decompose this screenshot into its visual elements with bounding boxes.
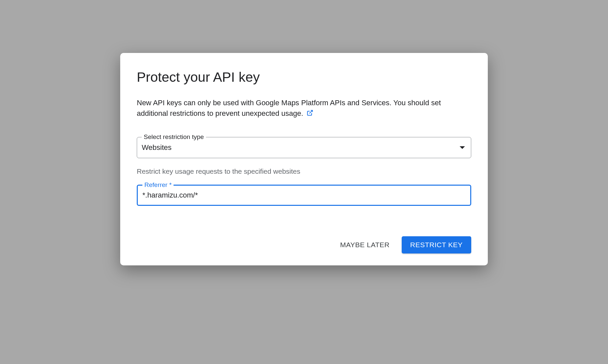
referrer-input[interactable] bbox=[138, 186, 470, 205]
referrer-field: Referrer * bbox=[137, 185, 471, 206]
restriction-type-label: Select restriction type bbox=[142, 133, 206, 141]
dialog-title: Protect your API key bbox=[137, 69, 471, 85]
restriction-type-value: Websites bbox=[142, 143, 172, 152]
maybe-later-button[interactable]: MAYBE LATER bbox=[340, 238, 389, 252]
restrict-key-button[interactable]: RESTRICT KEY bbox=[402, 236, 471, 253]
dialog-description: New API keys can only be used with Googl… bbox=[137, 98, 471, 119]
helper-text: Restrict key usage requests to the speci… bbox=[137, 167, 471, 175]
protect-api-key-dialog: Protect your API key New API keys can on… bbox=[120, 53, 488, 265]
chevron-down-icon bbox=[460, 146, 465, 149]
referrer-label: Referrer * bbox=[142, 181, 174, 189]
restriction-type-field: Select restriction type Websites bbox=[137, 137, 471, 158]
dialog-actions: MAYBE LATER RESTRICT KEY bbox=[137, 236, 471, 253]
external-link-icon[interactable] bbox=[307, 109, 313, 119]
description-text: New API keys can only be used with Googl… bbox=[137, 99, 441, 117]
